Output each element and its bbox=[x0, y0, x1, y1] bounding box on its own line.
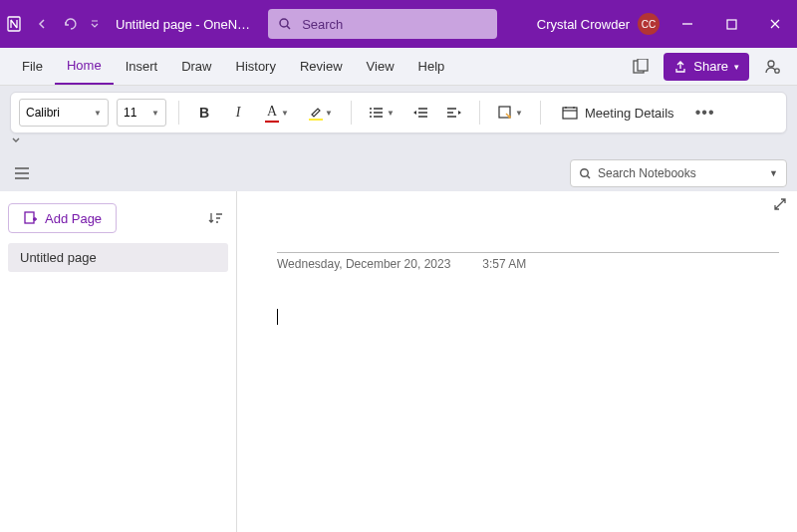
search-placeholder: Search bbox=[302, 17, 343, 32]
font-size-value: 11 bbox=[124, 106, 136, 120]
meeting-details-label: Meeting Details bbox=[585, 106, 674, 121]
chevron-down-icon: ▼ bbox=[387, 109, 395, 118]
divider bbox=[479, 101, 480, 125]
page-date: Wednesday, December 20, 2023 bbox=[277, 257, 450, 271]
divider bbox=[178, 101, 179, 125]
highlighter-icon bbox=[309, 106, 323, 118]
menu-bar: FileHomeInsertDrawHistoryReviewViewHelp … bbox=[0, 48, 797, 86]
bullet-list-button[interactable]: ▼ bbox=[364, 99, 399, 127]
chevron-down-icon: ▼ bbox=[325, 109, 333, 118]
svg-rect-11 bbox=[563, 108, 577, 119]
home-ribbon: Calibri ▼ 11 ▼ B I A ▼ ▼ ▼ bbox=[10, 92, 787, 133]
sort-pages-button[interactable] bbox=[202, 205, 228, 231]
italic-button[interactable]: I bbox=[225, 99, 251, 127]
outdent-button[interactable] bbox=[407, 99, 433, 127]
list-icon bbox=[369, 106, 385, 120]
add-page-button[interactable]: Add Page bbox=[8, 203, 117, 233]
maximize-button[interactable] bbox=[709, 0, 753, 48]
indent-icon bbox=[446, 106, 462, 120]
share-icon bbox=[673, 60, 687, 74]
highlight-button[interactable]: ▼ bbox=[303, 99, 339, 127]
svg-rect-13 bbox=[25, 212, 34, 223]
font-size-select[interactable]: 11 ▼ bbox=[117, 99, 166, 127]
indent-button[interactable] bbox=[441, 99, 467, 127]
outdent-icon bbox=[412, 106, 428, 120]
fullscreen-button[interactable] bbox=[773, 197, 787, 211]
divider bbox=[540, 101, 541, 125]
account-settings-button[interactable] bbox=[757, 53, 787, 81]
svg-point-8 bbox=[370, 112, 372, 114]
close-button[interactable] bbox=[753, 0, 797, 48]
ribbon-collapse-button[interactable] bbox=[10, 133, 787, 145]
page-list-item[interactable]: Untitled page bbox=[8, 243, 228, 272]
page-datetime: Wednesday, December 20, 2023 3:57 AM bbox=[277, 253, 779, 271]
share-label: Share bbox=[693, 59, 728, 74]
app-icon bbox=[6, 14, 26, 34]
account-area[interactable]: Crystal Crowder CC bbox=[537, 13, 660, 35]
svg-rect-2 bbox=[727, 20, 736, 29]
calendar-icon bbox=[561, 105, 579, 121]
tab-help[interactable]: Help bbox=[406, 48, 457, 85]
tags-button[interactable]: ▼ bbox=[492, 99, 528, 127]
more-options-button[interactable]: ••• bbox=[690, 104, 720, 122]
svg-rect-4 bbox=[638, 59, 648, 71]
nav-toggle-button[interactable] bbox=[10, 167, 34, 179]
share-button[interactable]: Share ▾ bbox=[664, 53, 749, 81]
user-avatar: CC bbox=[638, 13, 660, 35]
main-area: Add Page Untitled page Wednesday, Decemb… bbox=[0, 191, 797, 532]
ribbon-container: Calibri ▼ 11 ▼ B I A ▼ ▼ ▼ bbox=[0, 86, 797, 155]
page-title-input[interactable] bbox=[277, 213, 779, 253]
notebook-search-placeholder: Search Notebooks bbox=[598, 166, 696, 180]
tab-view[interactable]: View bbox=[355, 48, 406, 85]
tab-draw[interactable]: Draw bbox=[169, 48, 223, 85]
mode-switch-button[interactable] bbox=[626, 53, 656, 81]
font-color-button[interactable]: A ▼ bbox=[259, 99, 295, 127]
chevron-down-icon: ▼ bbox=[769, 168, 778, 178]
chevron-down-icon: ▼ bbox=[151, 109, 159, 118]
meeting-details-button[interactable]: Meeting Details bbox=[553, 105, 682, 121]
page-list-sidebar: Add Page Untitled page bbox=[0, 191, 237, 532]
search-icon bbox=[579, 167, 592, 180]
page-time: 3:57 AM bbox=[482, 257, 526, 271]
chevron-down-icon: ▼ bbox=[515, 109, 523, 118]
tag-icon bbox=[497, 105, 513, 121]
search-icon bbox=[278, 17, 292, 31]
svg-point-9 bbox=[370, 116, 372, 118]
svg-point-12 bbox=[581, 168, 589, 176]
document-title: Untitled page - OneN… bbox=[116, 17, 250, 32]
chevron-down-icon: ▼ bbox=[94, 109, 102, 118]
back-button[interactable] bbox=[32, 13, 54, 35]
quick-access-dropdown[interactable] bbox=[88, 13, 102, 35]
title-bar: Untitled page - OneN… Search Crystal Cro… bbox=[0, 0, 797, 48]
undo-button[interactable] bbox=[60, 13, 82, 35]
add-page-icon bbox=[23, 211, 37, 225]
font-family-value: Calibri bbox=[26, 106, 60, 120]
secondary-bar: Search Notebooks ▼ bbox=[0, 155, 797, 191]
chevron-down-icon: ▾ bbox=[734, 62, 739, 72]
tab-file[interactable]: File bbox=[10, 48, 55, 85]
tab-review[interactable]: Review bbox=[288, 48, 355, 85]
page-title: Untitled page bbox=[20, 250, 97, 265]
tab-history[interactable]: History bbox=[224, 48, 288, 85]
global-search[interactable]: Search bbox=[268, 9, 497, 39]
svg-point-5 bbox=[768, 61, 774, 67]
tab-insert[interactable]: Insert bbox=[114, 48, 170, 85]
text-cursor bbox=[277, 309, 278, 325]
tab-home[interactable]: Home bbox=[55, 48, 114, 85]
editor-canvas[interactable]: Wednesday, December 20, 2023 3:57 AM bbox=[237, 191, 797, 532]
bold-button[interactable]: B bbox=[191, 99, 217, 127]
minimize-button[interactable] bbox=[665, 0, 709, 48]
notebook-search[interactable]: Search Notebooks ▼ bbox=[570, 159, 787, 187]
font-family-select[interactable]: Calibri ▼ bbox=[19, 99, 109, 127]
svg-point-6 bbox=[775, 68, 779, 72]
user-name: Crystal Crowder bbox=[537, 17, 630, 32]
svg-point-7 bbox=[370, 108, 372, 110]
add-page-label: Add Page bbox=[45, 211, 102, 226]
chevron-down-icon: ▼ bbox=[281, 109, 289, 118]
divider bbox=[351, 101, 352, 125]
svg-point-1 bbox=[280, 19, 288, 27]
